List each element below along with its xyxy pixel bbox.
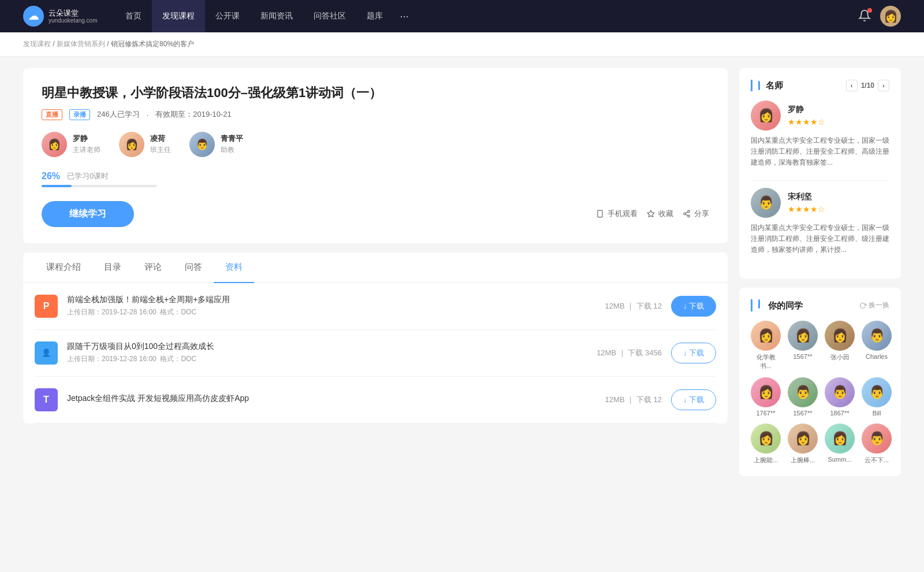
classmate-0[interactable]: 👩 化学教书... [751,321,781,370]
teacher-avatar-2: 👨 [189,132,215,157]
breadcrumb: 发现课程 / 新媒体营销系列 / 销冠修炼术搞定80%的客户 [0,32,924,57]
resource-item-0: P 前端全栈加强版！前端全栈+全周期+多端应用 上传日期：2019-12-28 … [35,283,716,330]
tab-resources[interactable]: 资料 [214,252,254,283]
teacher-1: 👩 凌荷 班主任 [119,132,171,157]
classmate-name-5: 1567** [793,410,812,417]
breadcrumb-current: 销冠修炼术搞定80%的客户 [111,40,194,48]
teacher-0: 👩 罗静 主讲老师 [42,132,100,157]
collect-button[interactable]: 收藏 [647,209,673,219]
collect-label: 收藏 [658,209,673,219]
classmate-3[interactable]: 👨 Charles [862,321,892,370]
svg-point-4 [684,213,686,216]
nav-qa[interactable]: 问答社区 [303,0,356,32]
teachers-next[interactable]: › [878,80,889,91]
download-button-0[interactable]: ↓ 下载 [671,296,716,317]
classmate-avatar-3: 👨 [862,321,892,351]
nav-public[interactable]: 公开课 [205,0,250,32]
teachers-prev[interactable]: ‹ [846,80,858,91]
classmate-name-4: 1767** [756,410,775,417]
progress-bar-bg [42,185,157,187]
continue-button[interactable]: 继续学习 [42,201,134,227]
classmate-11[interactable]: 👨 云不下... [862,424,892,465]
course-meta: 直播 录播 246人已学习 · 有效期至：2019-10-21 [42,109,709,120]
sidebar-teacher-name-1: 宋利坚 [788,192,825,202]
tab-qa[interactable]: 问答 [173,252,214,283]
notification-bell[interactable] [858,9,871,24]
tabs: 课程介绍 目录 评论 问答 资料 [23,252,728,283]
classmate-6[interactable]: 👨 1867** [825,377,855,417]
classmate-5[interactable]: 👨 1567** [788,377,818,417]
download-button-2[interactable]: ↓ 下载 [671,389,716,410]
header: ☁ 云朵课堂 yunduoketang.com 首页 发现课程 公开课 新闻资讯… [0,0,924,32]
svg-point-3 [688,210,690,213]
classmate-4[interactable]: 👩 1767** [751,377,781,417]
classmate-avatar-6: 👨 [825,377,855,407]
teacher-divider [751,180,889,181]
progress-bar-fill [42,185,72,187]
logo-subtext: yunduoketang.com [49,17,98,24]
resource-info-1: 跟随千万级项目从0到100全过程高效成长 上传日期：2019-12-28 16:… [67,341,587,364]
mobile-watch-button[interactable]: 手机观看 [596,209,638,219]
course-title: 明星中教授课，小学阶段语法100分–强化级第1讲动词（一） [42,84,709,102]
progress-label: 已学习0课时 [67,171,109,181]
classmate-name-1: 1567** [793,353,812,360]
teachers-pagination: ‹ 1/10 › [846,80,889,91]
classmate-name-8: 上腕能... [754,456,778,465]
classmate-name-10: Summ... [828,456,852,463]
nav-quiz[interactable]: 题库 [356,0,393,32]
classmate-10[interactable]: 👩 Summ... [825,424,855,465]
sidebar-teacher-avatar-0: 👩 [751,101,781,131]
teacher-role-1: 班主任 [150,145,171,155]
classmates-header: 你的同学 换一换 [751,299,889,311]
classmate-7[interactable]: 👨 Bill [862,377,892,417]
classmate-name-7: Bill [873,410,881,417]
tab-intro[interactable]: 课程介绍 [35,252,92,283]
classmates-title: 你的同学 [751,299,803,311]
sidebar-teacher-0: 👩 罗静 ★★★★☆ 国内某重点大学安全工程专业硕士，国家一级注册消防工程师、注… [751,101,889,169]
download-button-1[interactable]: ↓ 下载 [671,343,716,363]
nav-more[interactable]: ··· [393,10,416,23]
share-label: 分享 [694,209,709,219]
classmate-name-6: 1867** [830,410,849,417]
resource-stats-2: 12MB ｜ 下载 12 [605,395,662,405]
tab-catalog[interactable]: 目录 [92,252,133,283]
teacher-name-0: 罗静 [73,133,100,144]
nav-home[interactable]: 首页 [115,0,152,32]
sidebar-teacher-stars-0: ★★★★☆ [788,117,825,127]
sidebar-teacher-desc-0: 国内某重点大学安全工程专业硕士，国家一级注册消防工程师、注册安全工程师、高级注册… [751,135,889,169]
classmate-9[interactable]: 👩 上腕棒... [788,424,818,465]
classmate-name-9: 上腕棒... [791,456,815,465]
svg-line-6 [685,214,688,216]
tab-review[interactable]: 评论 [133,252,173,283]
badge-record: 录播 [69,109,90,120]
classmate-1[interactable]: 👩 1567** [788,321,818,370]
resource-name-2: Jetpack全组件实战 开发短视频应用高仿皮皮虾App [67,393,596,404]
course-card: 明星中教授课，小学阶段语法100分–强化级第1讲动词（一） 直播 录播 246人… [23,68,728,243]
user-avatar[interactable]: 👩 [880,6,901,27]
teacher-list: 👩 罗静 主讲老师 👩 凌荷 班主任 [42,132,709,157]
teachers-page: 1/10 [861,81,874,90]
teacher-name-1: 凌荷 [150,133,171,144]
breadcrumb-discover[interactable]: 发现课程 [23,40,51,48]
sidebar: 名师 ‹ 1/10 › 👩 罗静 ★★★★☆ [739,68,901,485]
classmate-avatar-7: 👨 [862,377,892,407]
classmate-8[interactable]: 👩 上腕能... [751,424,781,465]
sidebar-teacher-avatar-1: 👨 [751,188,781,218]
svg-rect-0 [598,210,602,217]
sidebar-teacher-1: 👨 宋利坚 ★★★★☆ 国内某重点大学安全工程专业硕士，国家一级注册消防工程师、… [751,188,889,256]
resource-list: P 前端全栈加强版！前端全栈+全周期+多端应用 上传日期：2019-12-28 … [23,283,728,424]
classmates-grid: 👩 化学教书... 👩 1567** 👩 张小田 👨 Charles 👩 [751,321,889,465]
breadcrumb-series[interactable]: 新媒体营销系列 [57,40,105,48]
course-actions: 继续学习 手机观看 收藏 分享 [42,201,709,227]
logo[interactable]: ☁ 云朵课堂 yunduoketang.com [23,6,98,27]
refresh-classmates-button[interactable]: 换一换 [859,300,889,310]
logo-text: 云朵课堂 [49,9,98,18]
svg-marker-2 [647,210,654,217]
classmate-2[interactable]: 👩 张小田 [825,321,855,370]
share-button[interactable]: 分享 [683,209,709,219]
classmate-avatar-10: 👩 [825,424,855,454]
nav-news[interactable]: 新闻资讯 [250,0,303,32]
share-icon [683,210,691,218]
nav-discover[interactable]: 发现课程 [152,0,205,32]
teachers-card: 名师 ‹ 1/10 › 👩 罗静 ★★★★☆ [739,68,901,278]
